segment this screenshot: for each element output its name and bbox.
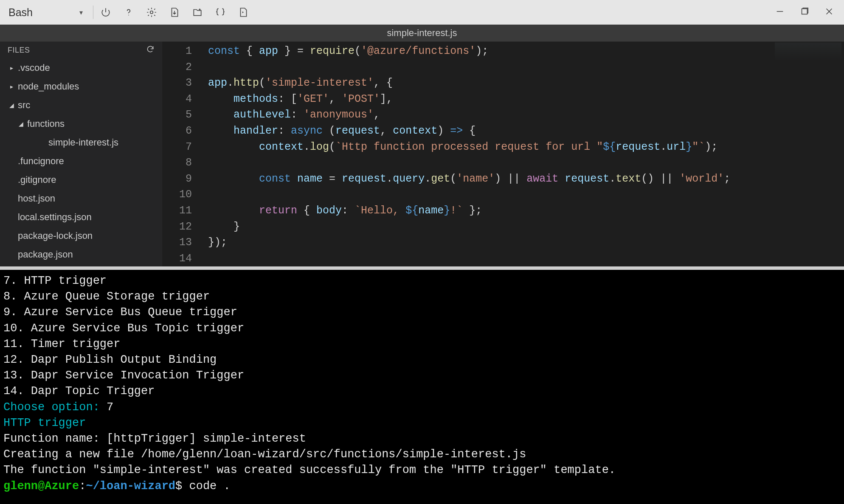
tree-item[interactable]: package.json [0,245,162,264]
download-icon[interactable] [169,7,180,18]
tree-item-label: host.json [18,193,55,204]
svg-rect-2 [802,9,807,14]
file-tree[interactable]: ▸.vscode▸node_modules◢src◢functionssimpl… [0,59,162,266]
tree-item[interactable]: local.settings.json [0,208,162,227]
maximize-button[interactable] [800,7,809,18]
editor-body: FILES ▸.vscode▸node_modules◢src◢function… [0,42,844,266]
refresh-icon[interactable] [146,45,155,56]
code-pane: 1234567891011121314 const { app } = requ… [162,42,844,266]
tree-item-label: .vscode [18,62,50,73]
braces-icon[interactable] [215,7,226,18]
line-gutter: 1234567891011121314 [162,42,200,266]
tree-item[interactable]: ▸node_modules [0,77,162,96]
svg-point-1 [150,11,153,14]
active-tab-filename[interactable]: simple-interest.js [387,28,457,39]
settings-icon[interactable] [146,7,157,18]
file-explorer-header: FILES [0,42,162,59]
tree-item[interactable]: simple-interest.js [0,133,162,152]
tree-item-label: node_modules [18,81,79,92]
tree-item[interactable]: package-lock.json [0,227,162,245]
minimize-button[interactable] [775,7,785,18]
minimap[interactable] [772,42,844,266]
tree-item[interactable]: ◢functions [0,115,162,133]
tree-item-label: src [18,100,30,111]
file-explorer: FILES ▸.vscode▸node_modules◢src◢function… [0,42,162,266]
tree-item-label: .funcignore [18,156,64,167]
shell-selector[interactable]: Bash ▾ [5,6,86,19]
preview-icon[interactable] [238,7,249,18]
code-editor[interactable]: const { app } = require('@azure/function… [200,42,772,266]
twisty-icon: ▸ [8,83,15,90]
tree-item[interactable]: .gitignore [0,171,162,189]
toolbar-divider [93,6,93,19]
window-controls [775,7,839,18]
editor-tab-bar: simple-interest.js [0,25,844,42]
tree-item[interactable]: ◢src [0,96,162,115]
toolbar-icons [100,7,249,18]
chevron-down-icon: ▾ [79,8,83,17]
close-button[interactable] [824,7,834,18]
power-icon[interactable] [100,7,111,18]
tree-item-label: local.settings.json [18,212,92,223]
twisty-icon: ◢ [17,120,25,127]
tree-item[interactable]: ▸.vscode [0,59,162,77]
shell-label: Bash [8,6,33,19]
editor-area: simple-interest.js FILES ▸.vscode▸node_m… [0,25,844,266]
tree-item-label: functions [27,118,65,129]
tree-item[interactable]: .funcignore [0,152,162,171]
tree-item[interactable]: host.json [0,189,162,208]
upload-icon[interactable] [192,7,203,18]
tree-item-label: simple-interest.js [48,137,118,148]
pane-splitter[interactable] [0,266,844,270]
cloud-shell-toolbar: Bash ▾ [0,0,844,25]
tree-item-label: package.json [18,249,73,260]
tree-item-label: .gitignore [18,174,56,185]
help-icon[interactable] [123,7,134,18]
twisty-icon: ▸ [8,64,15,71]
twisty-icon: ◢ [8,102,15,109]
tree-item-label: package-lock.json [18,230,93,241]
terminal[interactable]: 7. HTTP trigger8. Azure Queue Storage tr… [0,270,844,504]
app-root: Bash ▾ simple-interest.js FILES [0,0,844,504]
svg-point-0 [128,15,129,16]
explorer-title: FILES [8,46,30,55]
